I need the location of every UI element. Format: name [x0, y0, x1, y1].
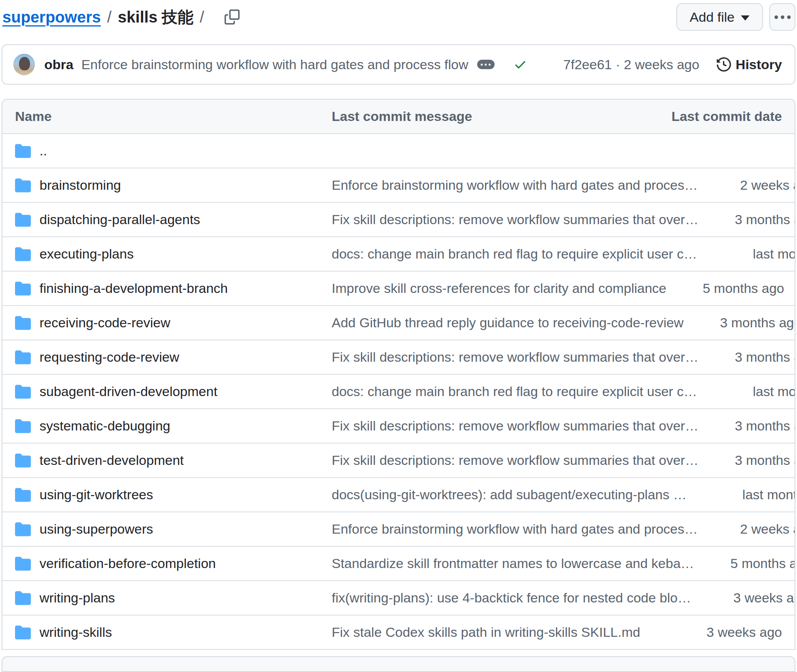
row-commit-date: 5 months ago — [667, 281, 795, 296]
table-row: requesting-code-review Fix skill descrip… — [2, 340, 795, 375]
row-commit-date: 3 months ago — [684, 315, 795, 330]
file-name-link[interactable]: requesting-code-review — [40, 349, 179, 365]
row-commit-date: last month — [687, 487, 795, 502]
folder-icon — [15, 177, 31, 193]
file-name-link[interactable]: receiving-code-review — [40, 315, 170, 330]
row-commit-date: 3 weeks ago — [691, 590, 795, 606]
column-header-last-commit-date: Last commit date — [664, 109, 795, 124]
row-commit-date: 3 months ago — [699, 212, 795, 227]
table-header-row: Name Last commit message Last commit dat… — [2, 100, 795, 134]
table-row: systematic-debugging Fix skill descripti… — [2, 409, 795, 444]
row-commit-message-link[interactable]: Fix stale Codex skills path in writing-s… — [332, 625, 664, 640]
row-commit-message-link[interactable]: Standardize skill frontmatter names to l… — [332, 556, 694, 571]
breadcrumb: superpowers / skills 技能 / — [2, 7, 242, 27]
table-row: verification-before-completion Standardi… — [2, 547, 795, 581]
more-options-button[interactable] — [769, 3, 795, 31]
file-name-link[interactable]: executing-plans — [40, 246, 134, 262]
file-name-link[interactable]: finishing-a-development-branch — [40, 281, 228, 296]
add-file-label: Add file — [690, 9, 735, 25]
table-row: dispatching-parallel-agents Fix skill de… — [2, 203, 795, 237]
latest-commit-card: obra Enforce brainstorming workflow with… — [2, 44, 795, 85]
file-name-link[interactable]: using-superpowers — [40, 521, 153, 537]
table-row: .. — [2, 134, 795, 168]
ellipsis-icon — [481, 64, 483, 66]
file-name-link[interactable]: systematic-debugging — [40, 418, 170, 434]
ellipsis-icon — [489, 64, 491, 66]
table-row: writing-skills Fix stale Codex skills pa… — [2, 615, 795, 650]
file-name-link[interactable]: .. — [40, 143, 47, 159]
commit-expand-button[interactable] — [477, 60, 495, 69]
row-commit-date: last month — [697, 246, 795, 262]
column-header-name: Name — [2, 109, 332, 124]
row-commit-message-link[interactable]: docs(using-git-worktrees): add subagent/… — [332, 487, 687, 502]
folder-icon — [15, 418, 31, 434]
row-commit-message-link[interactable]: Fix skill descriptions: remove workflow … — [332, 418, 699, 434]
commit-message-link[interactable]: Enforce brainstorming workflow with hard… — [81, 57, 468, 72]
file-name-link[interactable]: using-git-worktrees — [40, 487, 153, 502]
row-commit-message-link[interactable]: docs: change main branch red flag to req… — [332, 246, 697, 262]
file-name-link[interactable]: dispatching-parallel-agents — [40, 212, 200, 227]
history-button[interactable]: History — [717, 57, 782, 72]
latest-commit-summary: obra Enforce brainstorming workflow with… — [13, 54, 527, 75]
commit-time: 2 weeks ago — [624, 57, 699, 72]
ellipsis-icon — [485, 64, 487, 66]
file-table: Name Last commit message Last commit dat… — [2, 99, 795, 650]
row-commit-date: 3 months ago — [699, 418, 795, 434]
row-commit-message-link[interactable]: docs: change main branch red flag to req… — [332, 384, 697, 399]
commit-status-check[interactable] — [514, 58, 527, 71]
row-commit-date: last month — [697, 384, 795, 399]
table-row: brainstorming Enforce brainstorming work… — [2, 168, 795, 203]
row-commit-message-link[interactable]: Fix skill descriptions: remove workflow … — [332, 212, 699, 227]
file-name-link[interactable]: writing-plans — [40, 590, 115, 606]
row-commit-message-link[interactable]: Add GitHub thread reply guidance to rece… — [332, 315, 684, 330]
copy-path-button[interactable] — [222, 7, 242, 27]
history-label: History — [736, 57, 782, 72]
folder-icon — [15, 453, 31, 468]
row-commit-date: 3 weeks ago — [664, 625, 795, 640]
copy-icon — [225, 9, 240, 25]
commit-author-link[interactable]: obra — [44, 57, 74, 72]
folder-icon — [15, 384, 31, 400]
folder-icon — [15, 246, 31, 262]
file-name-link[interactable]: brainstorming — [40, 177, 121, 193]
table-row: subagent-driven-development docs: change… — [2, 375, 795, 409]
table-row: writing-plans fix(writing-plans): use 4-… — [2, 581, 795, 615]
row-commit-message-link[interactable]: Improve skill cross-references for clari… — [332, 281, 667, 296]
column-header-last-commit-message: Last commit message — [332, 109, 664, 124]
avatar[interactable] — [13, 54, 35, 75]
row-commit-date: 3 months ago — [699, 349, 795, 365]
table-row: using-superpowers Enforce brainstorming … — [2, 512, 795, 547]
row-commit-message-link[interactable]: fix(writing-plans): use 4-backtick fence… — [332, 590, 691, 606]
folder-icon — [15, 212, 31, 228]
add-file-button[interactable]: Add file — [676, 3, 763, 31]
row-commit-message-link[interactable]: Enforce brainstorming workflow with hard… — [332, 521, 698, 537]
triangle-down-icon — [741, 15, 750, 21]
commit-hash-link[interactable]: 7f2ee61 — [563, 57, 612, 72]
table-row: test-driven-development Fix skill descri… — [2, 444, 795, 478]
breadcrumb-separator: / — [101, 9, 118, 25]
latest-commit-meta: 7f2ee61 · 2 weeks ago History — [563, 57, 782, 72]
file-name-link[interactable]: subagent-driven-development — [40, 384, 217, 399]
table-row: executing-plans docs: change main branch… — [2, 237, 795, 272]
row-commit-message-link[interactable]: Fix skill descriptions: remove workflow … — [332, 349, 699, 365]
breadcrumb-separator: / — [193, 9, 210, 25]
meta-separator: · — [616, 57, 620, 72]
file-name-link[interactable]: test-driven-development — [40, 453, 184, 468]
check-icon — [514, 58, 527, 71]
kebab-icon — [774, 15, 778, 19]
commit-meta-text: 7f2ee61 · 2 weeks ago — [563, 57, 699, 72]
folder-icon — [15, 625, 31, 640]
row-commit-message-link[interactable]: Enforce brainstorming workflow with hard… — [332, 177, 698, 193]
folder-icon — [15, 590, 31, 606]
folder-icon — [15, 556, 31, 572]
table-row: receiving-code-review Add GitHub thread … — [2, 306, 795, 340]
folder-icon — [15, 349, 31, 365]
file-name-link[interactable]: verification-before-completion — [40, 556, 216, 571]
row-commit-message-link[interactable]: Fix skill descriptions: remove workflow … — [332, 453, 699, 468]
file-name-link[interactable]: writing-skills — [40, 625, 112, 640]
breadcrumb-repo-link[interactable]: superpowers — [2, 9, 101, 25]
folder-icon — [15, 315, 31, 331]
folder-icon — [15, 143, 31, 159]
table-row: finishing-a-development-branch Improve s… — [2, 272, 795, 306]
row-commit-date: 2 weeks ago — [698, 521, 795, 537]
